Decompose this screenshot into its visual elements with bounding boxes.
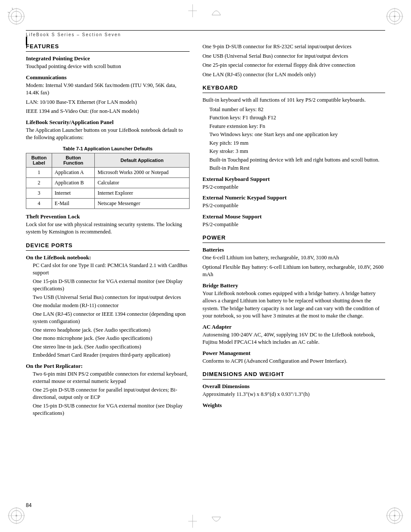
bottom-center-decoration xyxy=(188,515,223,528)
right-port-item-2: One USB (Universal Serial Bus) connector… xyxy=(202,53,385,60)
row3-label: 3 xyxy=(26,188,52,198)
lifebook-item-7: One mono microphone jack. (See Audio spe… xyxy=(33,335,190,342)
right-port-item-4: One LAN (RJ-45) connector (for LAN model… xyxy=(202,71,385,79)
dimensions-divider xyxy=(202,379,385,380)
keyboard-item-6: Key stroke: 3 mm xyxy=(209,148,385,156)
svg-point-11 xyxy=(394,16,395,17)
right-port-item-1: One 9-pin D-SUB connector for RS-232C se… xyxy=(202,43,385,51)
keyboard-text: Built-in keyboard with all functions of … xyxy=(202,96,385,104)
row2-app: Calculator xyxy=(95,177,190,188)
batteries-text: One 6-cell Lithium ion battery, recharge… xyxy=(202,254,385,262)
lifebook-item-6: One stereo headphone jack. (See Audio sp… xyxy=(33,327,190,334)
theft-heading: Theft Prevention Lock xyxy=(26,213,190,220)
on-port-heading: On the Port Replicator: xyxy=(26,363,190,370)
svg-point-21 xyxy=(394,515,395,516)
keyboard-item-2: Function keys: F1 through F12 xyxy=(209,114,385,122)
ext-mouse-text: PS/2-compatible xyxy=(202,221,385,229)
table-caption: Table 7-1 Application Launcher Defaults xyxy=(26,146,190,151)
app-launcher-table: ButtonLabel ButtonFunction Default Appli… xyxy=(26,153,190,209)
header-text: LifeBook S Series – Section Seven xyxy=(26,31,385,37)
ext-numeric-heading: External Numeric Keypad Support xyxy=(202,194,385,201)
svg-point-16 xyxy=(16,515,17,516)
keyboard-divider xyxy=(202,93,385,93)
table-row: 1 Application A Microsoft Works 2000 or … xyxy=(26,167,190,177)
communications-text3: IEEE 1394 and S-Video Out: (for non-LAN … xyxy=(26,108,190,115)
keyboard-item-5: Key pitch: 19 mm xyxy=(209,140,385,147)
port-item-2: One 25-pin D-SUB connector for parallel … xyxy=(33,386,190,401)
weights-heading: Weights xyxy=(202,402,385,409)
ext-numeric-text: PS/2-compatible xyxy=(202,202,385,210)
table-row: 4 E-Mail Netscape Messenger xyxy=(26,198,190,208)
keyboard-item-8: Built-in Palm Rest xyxy=(209,165,385,172)
row2-function: Application B xyxy=(52,177,95,188)
keyboard-item-3: Feature extension key: Fn xyxy=(209,123,385,131)
power-divider xyxy=(202,243,385,243)
header-area: LifeBook S Series – Section Seven xyxy=(26,30,385,37)
corner-decoration-tl xyxy=(3,3,29,29)
device-ports-heading: DEVICE PORTS xyxy=(26,242,190,249)
bridge-battery-text: Your LifeBook notebook comes equipped wi… xyxy=(202,290,385,320)
dimensions-heading: DIMENSIONS AND WEIGHT xyxy=(202,371,385,377)
ac-adapter-heading: AC Adapter xyxy=(202,324,385,330)
page-number: 84 xyxy=(26,502,31,508)
table-header-row: ButtonLabel ButtonFunction Default Appli… xyxy=(26,153,190,167)
lifebook-item-5: One LAN (RJ-45) connector or IEEE 1394 c… xyxy=(33,311,190,326)
ext-keyboard-heading: External Keyboard Support xyxy=(202,176,385,183)
top-center-decoration xyxy=(188,4,223,17)
keyboard-item-1: Total number of keys: 82 xyxy=(209,106,385,114)
batteries-heading: Batteries xyxy=(202,246,385,253)
corner-decoration-br xyxy=(382,503,408,529)
lifebook-item-2: One 15-pin D-SUB connector for VGA exter… xyxy=(33,278,190,293)
row2-label: 2 xyxy=(26,177,52,188)
power-mgmt-text: Conforms to ACPI (Advanced Configuration… xyxy=(202,358,385,365)
row4-label: 4 xyxy=(26,198,52,208)
port-item-1: Two 6-pin mini DIN PS/2 compatible conne… xyxy=(33,370,190,386)
left-column: FEATURES Integrated Pointing Device Touc… xyxy=(26,43,190,418)
overall-dim-heading: Overall Dimensions xyxy=(202,383,385,390)
row3-app: Internet Explorer xyxy=(95,188,190,198)
lifebook-item-4: One modular modem (RJ-11) connector xyxy=(33,302,190,310)
header-line xyxy=(26,30,385,31)
row4-app: Netscape Messenger xyxy=(95,198,190,208)
row1-label: 1 xyxy=(26,167,52,177)
table-row: 2 Application B Calculator xyxy=(26,177,190,188)
row1-app: Microsoft Works 2000 or Notepad xyxy=(95,167,190,177)
optional-battery-text: Optional Flexible Bay battery: 6-cell Li… xyxy=(202,264,385,279)
lifebook-item-9: Embedded Smart Card Reader (requires thi… xyxy=(33,352,190,359)
on-lifebook-heading: On the LifeBook notebook: xyxy=(26,254,190,261)
features-divider xyxy=(26,51,190,52)
ext-keyboard-text: PS/2-compatible xyxy=(202,184,385,191)
row3-function: Internet xyxy=(52,188,95,198)
svg-point-4 xyxy=(16,16,17,17)
ext-mouse-heading: External Mouse Support xyxy=(202,213,385,220)
page: LifeBook S Series – Section Seven FEATUR… xyxy=(0,0,411,532)
integrated-pointing-text: Touchpad pointing device with scroll but… xyxy=(26,63,190,71)
main-content: FEATURES Integrated Pointing Device Touc… xyxy=(26,43,385,418)
table-row: 3 Internet Internet Explorer xyxy=(26,188,190,198)
power-heading: POWER xyxy=(202,234,385,241)
row4-function: E-Mail xyxy=(52,198,95,208)
security-heading: LifeBook Security/Application Panel xyxy=(26,119,190,126)
power-mgmt-heading: Power Management xyxy=(202,350,385,357)
security-text: The Application Launcher buttons on your… xyxy=(26,127,190,142)
row1-function: Application A xyxy=(52,167,95,177)
lifebook-item-1: PC Card slot for one Type II card: PCMCI… xyxy=(33,262,190,277)
lifebook-item-8: One stereo line-in jack. (See Audio spec… xyxy=(33,343,190,351)
keyboard-item-4: Two Windows keys: one Start keys and one… xyxy=(209,131,385,139)
corner-decoration-tr xyxy=(382,3,408,29)
keyboard-heading: KEYBOARD xyxy=(202,84,385,91)
right-column: One 9-pin D-SUB connector for RS-232C se… xyxy=(202,43,385,418)
right-port-item-3: One 25-pin special connector for externa… xyxy=(202,62,385,69)
col-default-application: Default Application xyxy=(95,153,190,167)
features-heading: FEATURES xyxy=(26,43,190,50)
lifebook-item-3: Two USB (Universal Serial Bus) connector… xyxy=(33,294,190,302)
device-ports-divider xyxy=(26,250,190,251)
col-button-function: ButtonFunction xyxy=(52,153,95,167)
communications-heading: Communications xyxy=(26,74,190,81)
ac-adapter-text: Autosensing 100-240V AC, 40W, supplying … xyxy=(202,331,385,346)
communications-text1: Modem: Internal V.90 standard 56K fax/mo… xyxy=(26,82,190,97)
corner-decoration-bl xyxy=(3,503,29,529)
theft-text: Lock slot for use with physical restrain… xyxy=(26,221,190,236)
overall-dim-text: Approximately 11.3"(w) x 8.9"(d) x 0.93"… xyxy=(202,391,385,398)
port-item-3: One 15-pin D-SUB connector for VGA exter… xyxy=(33,402,190,417)
